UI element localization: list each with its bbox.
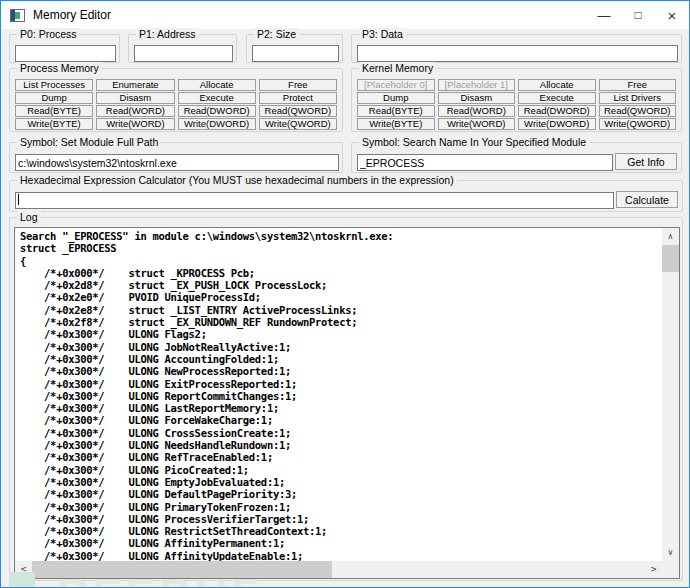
- kernel-placeholder-1-button: [Placeholder 1]: [438, 79, 516, 91]
- process-write-qword-button[interactable]: Write(QWORD): [259, 118, 337, 130]
- group-p3-label: P3: Data: [359, 28, 406, 40]
- titlebar: Memory Editor — □ ×: [1, 1, 689, 29]
- kernel-write-dword-button[interactable]: Write(DWORD): [518, 118, 596, 130]
- module-path-input[interactable]: [15, 154, 339, 171]
- close-icon[interactable]: ×: [655, 1, 689, 29]
- scroll-right-icon[interactable]: >: [645, 561, 662, 578]
- kernel-memory-label: Kernel Memory: [359, 62, 436, 74]
- process-memory-label: Process Memory: [17, 62, 102, 74]
- scrollbar-corner: [662, 561, 679, 578]
- log-textarea[interactable]: Search "_EPROCESS" in module c:\windows\…: [14, 227, 680, 579]
- kernel-write-qword-button[interactable]: Write(QWORD): [599, 118, 677, 130]
- process-enumerate-button[interactable]: Enumerate: [96, 79, 174, 91]
- kernel-free-button[interactable]: Free: [599, 79, 677, 91]
- scroll-left-icon[interactable]: <: [15, 561, 32, 578]
- group-p1-address: P1: Address: [128, 34, 237, 63]
- kernel-write-word-button[interactable]: Write(WORD): [438, 118, 516, 130]
- group-process-memory: Process Memory List Processes Enumerate …: [9, 68, 343, 132]
- minimize-icon[interactable]: —: [587, 1, 621, 29]
- kernel-disasm-button[interactable]: Disasm: [438, 92, 516, 104]
- group-p1-label: P1: Address: [136, 28, 199, 40]
- process-write-byte-button[interactable]: Write(BYTE): [15, 118, 93, 130]
- scroll-up-icon[interactable]: ∧: [662, 228, 679, 245]
- hex-calculator-label: Hexadecimal Expression Calculator (You M…: [17, 174, 457, 186]
- group-hex-calculator: Hexadecimal Expression Calculator (You M…: [9, 180, 683, 212]
- log-content: Search "_EPROCESS" in module c:\windows\…: [15, 228, 662, 561]
- group-module-path: Symbol: Set Module Full Path: [9, 142, 343, 173]
- hex-expression-input[interactable]: [15, 192, 614, 209]
- process-execute-button[interactable]: Execute: [178, 92, 256, 104]
- vertical-scrollbar-thumb[interactable]: [662, 245, 679, 272]
- window-title: Memory Editor: [33, 8, 111, 22]
- group-symbol-search: Symbol: Search Name In Your Specified Mo…: [351, 142, 682, 173]
- process-free-button[interactable]: Free: [259, 79, 337, 91]
- kernel-read-qword-button[interactable]: Read(QWORD): [599, 105, 677, 117]
- symbol-search-input[interactable]: [357, 154, 613, 171]
- get-info-button[interactable]: Get Info: [615, 153, 677, 170]
- log-vertical-scrollbar[interactable]: ∧ ∨: [662, 228, 679, 561]
- maximize-icon[interactable]: □: [621, 1, 655, 29]
- kernel-memory-buttons: [Placeholder 0] [Placeholder 1] Allocate…: [357, 79, 676, 130]
- group-log: Log Search "_EPROCESS" in module c:\wind…: [9, 217, 683, 581]
- log-horizontal-scrollbar[interactable]: < >: [15, 561, 662, 578]
- kernel-placeholder-0-button: [Placeholder 0]: [357, 79, 435, 91]
- process-read-qword-button[interactable]: Read(QWORD): [259, 105, 337, 117]
- kernel-read-dword-button[interactable]: Read(DWORD): [518, 105, 596, 117]
- kernel-allocate-button[interactable]: Allocate: [518, 79, 596, 91]
- group-p2-label: P2: Size: [254, 28, 299, 40]
- module-path-label: Symbol: Set Module Full Path: [17, 136, 161, 148]
- kernel-dump-button[interactable]: Dump: [357, 92, 435, 104]
- calculate-button[interactable]: Calculate: [616, 191, 678, 208]
- horizontal-scrollbar-thumb[interactable]: [32, 561, 332, 578]
- kernel-read-byte-button[interactable]: Read(BYTE): [357, 105, 435, 117]
- process-memory-buttons: List Processes Enumerate Allocate Free D…: [15, 79, 337, 130]
- kernel-write-byte-button[interactable]: Write(BYTE): [357, 118, 435, 130]
- kernel-list-drivers-button[interactable]: List Drivers: [599, 92, 677, 104]
- client-area: P0: Process P1: Address P2: Size P3: Dat…: [1, 29, 689, 587]
- symbol-search-label: Symbol: Search Name In Your Specified Mo…: [359, 136, 589, 148]
- process-list-processes-button[interactable]: List Processes: [15, 79, 93, 91]
- app-icon: [10, 9, 25, 22]
- process-protect-button[interactable]: Protect: [259, 92, 337, 104]
- memory-editor-window: Memory Editor — □ × P0: Process P1: Addr…: [0, 0, 690, 588]
- process-write-dword-button[interactable]: Write(DWORD): [178, 118, 256, 130]
- group-p0-process: P0: Process: [9, 34, 120, 63]
- process-write-word-button[interactable]: Write(WORD): [96, 118, 174, 130]
- p2-size-input[interactable]: [252, 45, 339, 62]
- process-disasm-button[interactable]: Disasm: [96, 92, 174, 104]
- text-caret: [18, 194, 19, 205]
- p1-address-input[interactable]: [134, 45, 233, 62]
- group-p0-label: P0: Process: [17, 28, 80, 40]
- process-dump-button[interactable]: Dump: [15, 92, 93, 104]
- p3-data-input[interactable]: [357, 45, 678, 62]
- process-allocate-button[interactable]: Allocate: [178, 79, 256, 91]
- p0-process-input[interactable]: [15, 45, 116, 62]
- group-p3-data: P3: Data: [351, 34, 682, 63]
- group-p2-size: P2: Size: [246, 34, 343, 63]
- group-kernel-memory: Kernel Memory [Placeholder 0] [Placehold…: [351, 68, 682, 132]
- scroll-down-icon[interactable]: ∨: [662, 544, 679, 561]
- process-read-word-button[interactable]: Read(WORD): [96, 105, 174, 117]
- caption-buttons: — □ ×: [587, 1, 689, 29]
- log-label: Log: [17, 211, 41, 223]
- kernel-execute-button[interactable]: Execute: [518, 92, 596, 104]
- process-read-dword-button[interactable]: Read(DWORD): [178, 105, 256, 117]
- kernel-read-word-button[interactable]: Read(WORD): [438, 105, 516, 117]
- process-read-byte-button[interactable]: Read(BYTE): [15, 105, 93, 117]
